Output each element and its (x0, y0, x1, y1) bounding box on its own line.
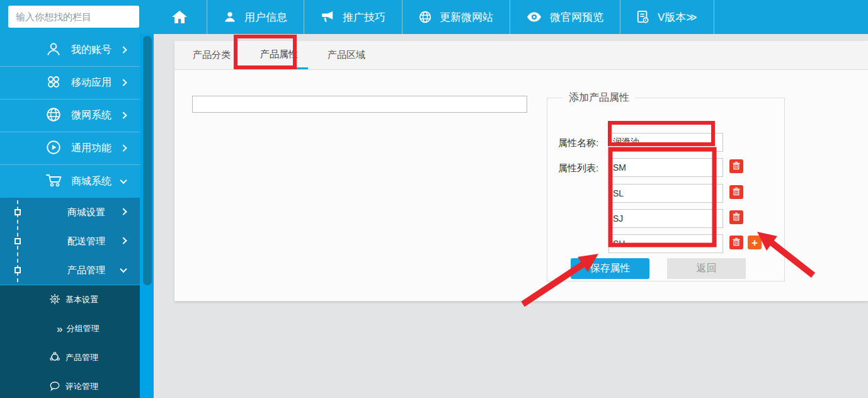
chevron-right-icon (120, 111, 127, 118)
add-attribute-panel: 添加产品属性 属性名称: 属性列表: + 保存属性 (547, 91, 785, 281)
web-icon (45, 106, 62, 125)
delete-attribute-button-1[interactable] (729, 159, 743, 173)
subitem-label: 分组管理 (66, 323, 99, 334)
attribute-name-label: 属性名称: (558, 137, 598, 149)
double-arrow-icon: » (57, 324, 61, 334)
nav-home[interactable] (152, 0, 207, 34)
sidebar: 我的账号 移动应用 微网系统 通用功能 (0, 34, 140, 398)
attribute-filter-input[interactable] (192, 96, 527, 113)
nav-label: 微官网预览 (550, 10, 603, 25)
tab-bar: 产品分类 产品属性 产品区域 (174, 41, 868, 70)
attribute-name-input[interactable] (608, 133, 723, 152)
add-attribute-value-button[interactable]: + (748, 236, 762, 249)
tab-product-region[interactable]: 产品区域 (317, 41, 375, 69)
sidebar-item-my-account[interactable]: 我的账号 (0, 34, 140, 67)
nav-label: 用户信息 (244, 10, 287, 25)
sidebar-subitem-product-management[interactable]: 产品管理 (0, 256, 140, 285)
search-input[interactable] (16, 11, 141, 22)
nav-promotion-tips[interactable]: 推广技巧 (304, 0, 402, 34)
globe-icon (419, 11, 431, 23)
cart-icon (45, 172, 63, 191)
trash-icon (732, 187, 741, 198)
subitem-label: 基本设置 (66, 294, 98, 305)
sidebar-scrollbar-track[interactable] (140, 34, 154, 398)
sidebar-item-mall-system[interactable]: 商城系统 (0, 165, 140, 198)
sidebar-subitem-delivery-management[interactable]: 配送管理 (0, 227, 140, 256)
tree-node-icon (14, 209, 21, 215)
trash-icon (732, 161, 741, 172)
save-attribute-button[interactable]: 保存属性 (571, 258, 649, 279)
trash-icon (732, 212, 741, 223)
comment-icon (49, 380, 60, 394)
tab-product-category[interactable]: 产品分类 (183, 41, 241, 69)
nav-update-microsite[interactable]: 更新微网站 (402, 0, 510, 34)
mall-admin-app: 用户信息 推广技巧 更新微网站 微官网预览 (0, 0, 868, 398)
chevron-right-icon (120, 144, 127, 151)
chevron-right-icon (120, 79, 127, 86)
sidebar-item-mobile-apps[interactable]: 移动应用 (0, 67, 140, 100)
sidebar-subitem-mall-settings[interactable]: 商城设置 (0, 198, 140, 227)
tab-label: 产品分类 (193, 49, 231, 61)
plus-icon: + (751, 237, 758, 248)
attribute-value-input-4[interactable] (608, 234, 723, 253)
chevron-right-icon (120, 237, 127, 244)
attribute-value-input-1[interactable] (608, 158, 723, 177)
tree-node-icon (14, 267, 21, 273)
subitem-label: 商城设置 (67, 207, 105, 219)
top-navigation: 用户信息 推广技巧 更新微网站 微官网预览 (152, 0, 714, 34)
mall-system-submenu: 商城设置 配送管理 产品管理 (0, 198, 140, 285)
product-management-submenu: 基本设置 » 分组管理 产品管理 评论管理 (0, 285, 140, 398)
version-icon (637, 10, 649, 24)
tab-label: 产品区域 (328, 49, 365, 61)
delete-attribute-button-4[interactable] (729, 236, 743, 249)
attribute-list-label: 属性列表: (558, 162, 598, 174)
sidebar-item-common-functions[interactable]: 通用功能 (0, 132, 140, 165)
account-icon (45, 41, 62, 60)
search-box[interactable] (8, 6, 139, 28)
chevron-right-icon (120, 46, 127, 53)
sidebar-subitem-group-management[interactable]: » 分组管理 (0, 314, 140, 343)
back-button[interactable]: 返回 (667, 258, 746, 279)
puzzle-icon (49, 351, 60, 365)
sidebar-subitem-product-management-leaf[interactable]: 产品管理 (0, 343, 140, 372)
attribute-value-input-2[interactable] (608, 184, 723, 203)
subitem-label: 产品管理 (67, 264, 105, 276)
tab-label: 产品属性 (260, 48, 298, 60)
tab-product-attributes[interactable]: 产品属性 (250, 41, 308, 69)
apps-icon (45, 74, 62, 93)
sidebar-item-micro-web-system[interactable]: 微网系统 (0, 100, 140, 132)
nav-user-info[interactable]: 用户信息 (207, 0, 304, 34)
content-card: 产品分类 产品属性 产品区域 添加产品属性 属性名称: 属性列表: (174, 41, 868, 301)
nav-label: V版本≫ (658, 10, 697, 25)
subitem-label: 产品管理 (66, 352, 98, 363)
play-icon (45, 139, 62, 158)
nav-site-preview[interactable]: 微官网预览 (510, 0, 620, 34)
panel-legend: 添加产品属性 (562, 91, 636, 105)
topbar: 用户信息 推广技巧 更新微网站 微官网预览 (0, 0, 868, 34)
home-icon (171, 9, 188, 25)
gear-icon (49, 293, 60, 307)
delete-attribute-button-2[interactable] (729, 185, 743, 199)
tree-node-icon (14, 238, 21, 244)
chevron-down-icon (120, 266, 127, 273)
sidebar-scrollbar-thumb[interactable] (143, 36, 152, 285)
trash-icon (732, 237, 741, 248)
chevron-right-icon (120, 208, 127, 215)
nav-label: 更新微网站 (440, 10, 493, 25)
user-icon (224, 11, 236, 23)
sidebar-subitem-comment-management[interactable]: 评论管理 (0, 372, 140, 398)
subitem-label: 评论管理 (66, 381, 98, 392)
eye-icon (527, 11, 542, 23)
subitem-label: 配送管理 (67, 236, 105, 247)
chevron-down-icon (120, 177, 127, 184)
attribute-value-input-3[interactable] (608, 209, 723, 228)
nav-label: 推广技巧 (343, 10, 385, 25)
sidebar-subitem-basic-settings[interactable]: 基本设置 (0, 285, 140, 314)
megaphone-icon (321, 11, 334, 23)
delete-attribute-button-3[interactable] (729, 210, 743, 224)
nav-version[interactable]: V版本≫ (620, 0, 714, 34)
